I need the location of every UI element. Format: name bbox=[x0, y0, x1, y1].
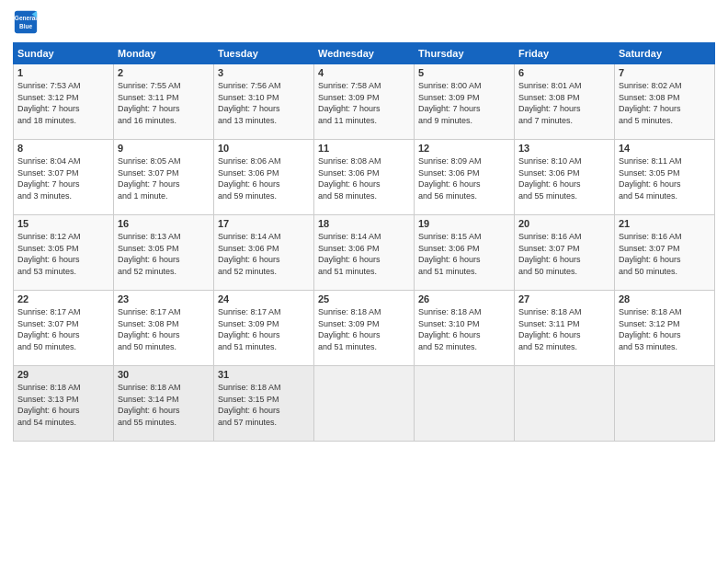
day-info: Sunrise: 8:02 AMSunset: 3:08 PMDaylight:… bbox=[619, 80, 711, 126]
day-number: 8 bbox=[17, 143, 109, 154]
day-cell: 2Sunrise: 7:55 AMSunset: 3:11 PMDaylight… bbox=[114, 64, 214, 140]
day-number: 5 bbox=[418, 67, 510, 78]
day-info: Sunrise: 7:53 AMSunset: 3:12 PMDaylight:… bbox=[17, 80, 109, 126]
day-number: 28 bbox=[619, 293, 711, 304]
week-row-3: 15Sunrise: 8:12 AMSunset: 3:05 PMDayligh… bbox=[14, 215, 715, 291]
day-info: Sunrise: 8:08 AMSunset: 3:06 PMDaylight:… bbox=[318, 155, 410, 201]
day-cell bbox=[515, 366, 615, 442]
day-cell: 11Sunrise: 8:08 AMSunset: 3:06 PMDayligh… bbox=[314, 140, 415, 215]
page: General Blue SundayMondayTuesdayWednesda… bbox=[0, 0, 728, 563]
day-cell: 8Sunrise: 8:04 AMSunset: 3:07 PMDaylight… bbox=[14, 140, 114, 215]
week-row-4: 22Sunrise: 8:17 AMSunset: 3:07 PMDayligh… bbox=[14, 291, 715, 366]
day-info: Sunrise: 8:17 AMSunset: 3:07 PMDaylight:… bbox=[17, 306, 109, 352]
day-info: Sunrise: 7:58 AMSunset: 3:09 PMDaylight:… bbox=[318, 80, 410, 126]
day-info: Sunrise: 8:10 AMSunset: 3:06 PMDaylight:… bbox=[518, 155, 610, 201]
svg-text:Blue: Blue bbox=[19, 23, 32, 29]
day-number: 4 bbox=[318, 67, 410, 78]
day-info: Sunrise: 8:15 AMSunset: 3:06 PMDaylight:… bbox=[418, 231, 510, 277]
day-number: 27 bbox=[518, 293, 610, 304]
day-info: Sunrise: 8:12 AMSunset: 3:05 PMDaylight:… bbox=[17, 231, 109, 277]
dow-header-thursday: Thursday bbox=[415, 43, 515, 64]
day-info: Sunrise: 8:14 AMSunset: 3:06 PMDaylight:… bbox=[218, 231, 310, 277]
day-cell: 18Sunrise: 8:14 AMSunset: 3:06 PMDayligh… bbox=[314, 215, 415, 291]
day-info: Sunrise: 8:18 AMSunset: 3:12 PMDaylight:… bbox=[619, 306, 711, 352]
day-info: Sunrise: 8:16 AMSunset: 3:07 PMDaylight:… bbox=[619, 231, 711, 277]
day-number: 30 bbox=[118, 369, 210, 380]
day-cell: 9Sunrise: 8:05 AMSunset: 3:07 PMDaylight… bbox=[114, 140, 214, 215]
week-row-1: 1Sunrise: 7:53 AMSunset: 3:12 PMDaylight… bbox=[14, 64, 715, 140]
day-number: 12 bbox=[418, 143, 510, 154]
day-info: Sunrise: 8:18 AMSunset: 3:11 PMDaylight:… bbox=[518, 306, 610, 352]
day-cell: 1Sunrise: 7:53 AMSunset: 3:12 PMDaylight… bbox=[14, 64, 114, 140]
day-cell: 13Sunrise: 8:10 AMSunset: 3:06 PMDayligh… bbox=[515, 140, 615, 215]
day-cell bbox=[314, 366, 415, 442]
day-cell: 16Sunrise: 8:13 AMSunset: 3:05 PMDayligh… bbox=[114, 215, 214, 291]
dow-header-sunday: Sunday bbox=[14, 43, 114, 64]
day-number: 22 bbox=[17, 293, 109, 304]
day-cell: 30Sunrise: 8:18 AMSunset: 3:14 PMDayligh… bbox=[114, 366, 214, 442]
day-cell: 28Sunrise: 8:18 AMSunset: 3:12 PMDayligh… bbox=[615, 291, 715, 366]
day-number: 1 bbox=[17, 67, 109, 78]
dow-header-monday: Monday bbox=[114, 43, 214, 64]
day-number: 20 bbox=[518, 218, 610, 229]
day-info: Sunrise: 8:18 AMSunset: 3:13 PMDaylight:… bbox=[17, 382, 109, 428]
day-cell: 10Sunrise: 8:06 AMSunset: 3:06 PMDayligh… bbox=[214, 140, 314, 215]
day-number: 3 bbox=[218, 67, 310, 78]
day-cell: 19Sunrise: 8:15 AMSunset: 3:06 PMDayligh… bbox=[415, 215, 515, 291]
day-info: Sunrise: 8:04 AMSunset: 3:07 PMDaylight:… bbox=[17, 155, 109, 201]
day-info: Sunrise: 8:17 AMSunset: 3:09 PMDaylight:… bbox=[218, 306, 310, 352]
day-number: 21 bbox=[619, 218, 711, 229]
day-info: Sunrise: 8:06 AMSunset: 3:06 PMDaylight:… bbox=[218, 155, 310, 201]
day-number: 18 bbox=[318, 218, 410, 229]
day-number: 11 bbox=[318, 143, 410, 154]
day-cell: 12Sunrise: 8:09 AMSunset: 3:06 PMDayligh… bbox=[415, 140, 515, 215]
day-number: 29 bbox=[17, 369, 109, 380]
day-info: Sunrise: 7:56 AMSunset: 3:10 PMDaylight:… bbox=[218, 80, 310, 126]
day-number: 9 bbox=[118, 143, 210, 154]
days-of-week-row: SundayMondayTuesdayWednesdayThursdayFrid… bbox=[14, 43, 715, 64]
day-number: 15 bbox=[17, 218, 109, 229]
dow-header-saturday: Saturday bbox=[615, 43, 715, 64]
day-number: 23 bbox=[118, 293, 210, 304]
day-info: Sunrise: 8:11 AMSunset: 3:05 PMDaylight:… bbox=[619, 155, 711, 201]
day-info: Sunrise: 8:18 AMSunset: 3:14 PMDaylight:… bbox=[118, 382, 210, 428]
day-cell: 3Sunrise: 7:56 AMSunset: 3:10 PMDaylight… bbox=[214, 64, 314, 140]
day-number: 31 bbox=[218, 369, 310, 380]
day-number: 24 bbox=[218, 293, 310, 304]
day-cell: 17Sunrise: 8:14 AMSunset: 3:06 PMDayligh… bbox=[214, 215, 314, 291]
day-info: Sunrise: 8:18 AMSunset: 3:09 PMDaylight:… bbox=[318, 306, 410, 352]
day-number: 17 bbox=[218, 218, 310, 229]
day-cell: 5Sunrise: 8:00 AMSunset: 3:09 PMDaylight… bbox=[415, 64, 515, 140]
day-number: 19 bbox=[418, 218, 510, 229]
calendar-body: 1Sunrise: 7:53 AMSunset: 3:12 PMDaylight… bbox=[14, 64, 715, 442]
day-cell: 23Sunrise: 8:17 AMSunset: 3:08 PMDayligh… bbox=[114, 291, 214, 366]
day-cell: 31Sunrise: 8:18 AMSunset: 3:15 PMDayligh… bbox=[214, 366, 314, 442]
dow-header-friday: Friday bbox=[515, 43, 615, 64]
day-info: Sunrise: 8:00 AMSunset: 3:09 PMDaylight:… bbox=[418, 80, 510, 126]
day-number: 2 bbox=[118, 67, 210, 78]
day-info: Sunrise: 8:14 AMSunset: 3:06 PMDaylight:… bbox=[318, 231, 410, 277]
day-cell: 26Sunrise: 8:18 AMSunset: 3:10 PMDayligh… bbox=[415, 291, 515, 366]
day-number: 13 bbox=[518, 143, 610, 154]
day-cell: 25Sunrise: 8:18 AMSunset: 3:09 PMDayligh… bbox=[314, 291, 415, 366]
week-row-5: 29Sunrise: 8:18 AMSunset: 3:13 PMDayligh… bbox=[14, 366, 715, 442]
day-number: 14 bbox=[619, 143, 711, 154]
header: General Blue bbox=[13, 9, 715, 35]
day-cell: 21Sunrise: 8:16 AMSunset: 3:07 PMDayligh… bbox=[615, 215, 715, 291]
day-info: Sunrise: 8:18 AMSunset: 3:15 PMDaylight:… bbox=[218, 382, 310, 428]
day-cell bbox=[415, 366, 515, 442]
day-cell: 22Sunrise: 8:17 AMSunset: 3:07 PMDayligh… bbox=[14, 291, 114, 366]
svg-text:General: General bbox=[15, 15, 37, 21]
day-cell: 7Sunrise: 8:02 AMSunset: 3:08 PMDaylight… bbox=[615, 64, 715, 140]
day-number: 7 bbox=[619, 67, 711, 78]
dow-header-wednesday: Wednesday bbox=[314, 43, 415, 64]
day-cell bbox=[615, 366, 715, 442]
day-cell: 6Sunrise: 8:01 AMSunset: 3:08 PMDaylight… bbox=[515, 64, 615, 140]
logo: General Blue bbox=[13, 9, 42, 35]
day-info: Sunrise: 8:05 AMSunset: 3:07 PMDaylight:… bbox=[118, 155, 210, 201]
day-cell: 15Sunrise: 8:12 AMSunset: 3:05 PMDayligh… bbox=[14, 215, 114, 291]
day-info: Sunrise: 8:13 AMSunset: 3:05 PMDaylight:… bbox=[118, 231, 210, 277]
day-info: Sunrise: 7:55 AMSunset: 3:11 PMDaylight:… bbox=[118, 80, 210, 126]
logo-icon: General Blue bbox=[13, 9, 39, 35]
dow-header-tuesday: Tuesday bbox=[214, 43, 314, 64]
